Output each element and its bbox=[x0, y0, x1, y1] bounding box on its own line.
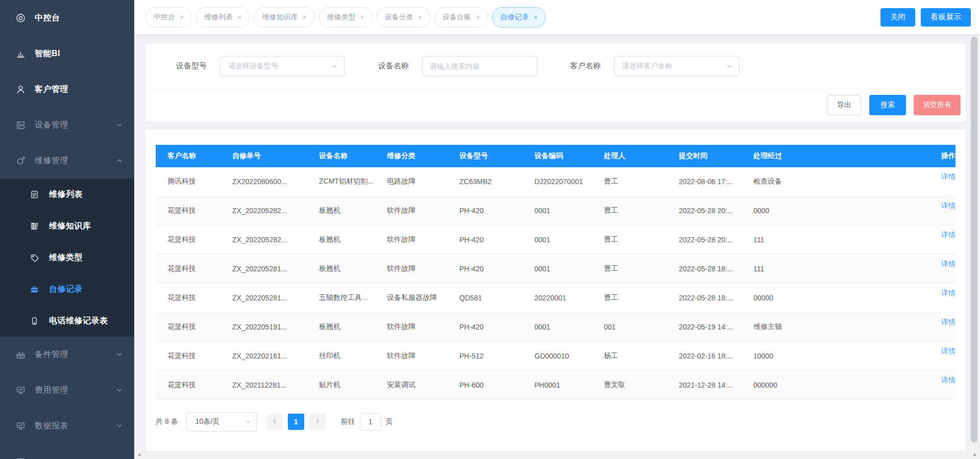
column-header: 处理经过 bbox=[753, 145, 904, 167]
close-tab-icon[interactable]: × bbox=[533, 14, 537, 21]
vertical-scrollbar-thumb[interactable] bbox=[971, 37, 977, 443]
sidebar-item-smart-bi[interactable]: 智能BI bbox=[0, 36, 134, 71]
easel-chart-icon bbox=[15, 385, 26, 396]
tab-repair-type[interactable]: 维修类型× bbox=[319, 7, 373, 28]
customer-name-select[interactable]: 请选择客户名称 bbox=[614, 56, 740, 76]
sidebar-item-phone-repair-record[interactable]: 电话维修记录表 bbox=[0, 305, 134, 337]
cell: ZX2022080600... bbox=[232, 167, 319, 196]
detail-link[interactable]: 详情 bbox=[941, 231, 955, 239]
detail-link[interactable]: 详情 bbox=[941, 201, 955, 210]
page-number-button[interactable]: 1 bbox=[288, 414, 304, 430]
close-tab-icon[interactable]: × bbox=[476, 14, 480, 21]
vertical-scrollbar-track[interactable] bbox=[968, 34, 980, 451]
table-row: 花篮科技ZX_202202161...丝印机软件故障PH-512GD000010… bbox=[156, 342, 955, 371]
sidebar-item-repair-knowledge[interactable]: 维修知识库 bbox=[0, 210, 134, 242]
close-tab-icon[interactable]: × bbox=[237, 14, 241, 21]
easel-chart-icon bbox=[15, 421, 26, 431]
tab-repair-list[interactable]: 维修列表× bbox=[196, 7, 250, 28]
cell: 检查设备 bbox=[753, 167, 904, 196]
cell: PH-420 bbox=[459, 225, 534, 254]
column-header: 客户名称 bbox=[156, 145, 232, 167]
table-header-row: 客户名称自修单号设备名称维修分类设备型号设备编码处理人提交时间处理经过操作 bbox=[156, 145, 955, 167]
tab-label: 维修知识库 bbox=[262, 13, 298, 22]
cell: PH-420 bbox=[459, 254, 534, 284]
scroll-left-arrow-icon[interactable] bbox=[137, 452, 142, 457]
books-icon bbox=[30, 221, 39, 231]
column-header: 操作 bbox=[904, 145, 955, 167]
clear-all-button[interactable]: 清空所有 bbox=[914, 95, 961, 115]
sidebar-item-repair-mgmt[interactable]: 维修管理 bbox=[0, 143, 134, 178]
chevron-right-icon bbox=[314, 418, 321, 426]
device-name-input[interactable] bbox=[422, 56, 537, 76]
sidebar-item-self-repair-record[interactable]: 自修记录 bbox=[0, 273, 134, 305]
board-display-button[interactable]: 看板展示 bbox=[921, 8, 971, 27]
cell: 软件故障 bbox=[387, 254, 459, 284]
content-area: 设备型号 请选择设备型号 设备名称 客户名称 请选择客户名称 bbox=[134, 34, 980, 459]
tab-repair-knowledge[interactable]: 维修知识库× bbox=[254, 7, 314, 28]
device-model-label: 设备型号 bbox=[176, 61, 207, 71]
export-button[interactable]: 导出 bbox=[827, 95, 862, 115]
close-tab-icon[interactable]: × bbox=[180, 14, 184, 21]
prev-page-button[interactable] bbox=[266, 414, 283, 430]
horizontal-scrollbar-track[interactable] bbox=[134, 451, 980, 459]
tab-self-repair-record[interactable]: 自修记录× bbox=[492, 7, 546, 28]
sidebar-item-customer-mgmt[interactable]: 客户管理 bbox=[0, 71, 134, 107]
cell: ZX_202205282... bbox=[232, 196, 319, 225]
search-button[interactable]: 搜索 bbox=[869, 95, 906, 115]
sidebar-item-cost-mgmt[interactable]: 费用管理 bbox=[0, 372, 134, 408]
tab-device-category[interactable]: 设备分类× bbox=[377, 7, 430, 28]
cell: 贴片机 bbox=[319, 371, 387, 400]
cell: 丝印机 bbox=[319, 342, 387, 371]
close-tab-icon[interactable]: × bbox=[360, 14, 364, 21]
next-page-button[interactable] bbox=[309, 414, 326, 430]
sidebar-item-spare-parts-mgmt[interactable]: 备件管理 bbox=[0, 337, 134, 372]
toolbox-icon bbox=[15, 349, 26, 360]
user-icon bbox=[15, 84, 26, 95]
cell: ZX_202205281... bbox=[232, 284, 319, 313]
tab-device-ledger[interactable]: 设备台账× bbox=[434, 7, 488, 28]
close-tab-icon[interactable]: × bbox=[418, 14, 422, 21]
filter-form: 设备型号 请选择设备型号 设备名称 客户名称 请选择客户名称 bbox=[145, 43, 966, 89]
sidebar-item-repair-type[interactable]: 维修类型 bbox=[0, 242, 134, 273]
scroll-right-arrow-icon[interactable] bbox=[972, 452, 977, 457]
column-header: 处理人 bbox=[604, 145, 679, 167]
table-row: 花篮科技ZX_202205281...板翘机软件故障PH-4200001曹工20… bbox=[156, 254, 955, 284]
close-tab-icon[interactable]: × bbox=[302, 14, 306, 21]
column-header: 自修单号 bbox=[232, 145, 319, 167]
cell: 0001 bbox=[534, 225, 604, 254]
cell: PH-600 bbox=[459, 371, 534, 400]
cell: 0001 bbox=[534, 196, 604, 225]
detail-link[interactable]: 详情 bbox=[941, 172, 955, 181]
cell: 2022-08-06 17:... bbox=[679, 167, 753, 196]
device-model-select[interactable]: 请选择设备型号 bbox=[220, 56, 345, 76]
close-button[interactable]: 关闭 bbox=[880, 8, 915, 27]
search-panel: 设备型号 请选择设备型号 设备名称 客户名称 请选择客户名称 bbox=[145, 43, 966, 121]
detail-link[interactable]: 详情 bbox=[941, 347, 955, 355]
sidebar-item-repair-list[interactable]: 维修列表 bbox=[0, 178, 134, 210]
sidebar-item-console[interactable]: 中控台 bbox=[0, 0, 134, 36]
records-table: 客户名称自修单号设备名称维修分类设备型号设备编码处理人提交时间处理经过操作 腾讯… bbox=[156, 145, 955, 400]
cell: 软件故障 bbox=[387, 225, 459, 254]
detail-link[interactable]: 详情 bbox=[941, 289, 955, 297]
column-header: 设备型号 bbox=[459, 145, 534, 167]
cell: ZC63MB2 bbox=[459, 167, 534, 196]
tab-console[interactable]: 中控台× bbox=[145, 7, 192, 28]
briefcase-icon bbox=[30, 285, 39, 294]
detail-link[interactable]: 详情 bbox=[941, 376, 955, 384]
cell: 000000 bbox=[753, 371, 904, 400]
sidebar-item-label: 数据报表 bbox=[35, 421, 68, 431]
sidebar-item-data-report[interactable]: 数据报表 bbox=[0, 408, 134, 444]
detail-link[interactable]: 详情 bbox=[941, 260, 955, 268]
cell: 花篮科技 bbox=[156, 371, 232, 400]
total-count-label: 共 8 条 bbox=[156, 417, 178, 426]
sidebar-item-partial[interactable] bbox=[0, 444, 134, 459]
app-root: 中控台智能BI客户管理设备管理维修管理维修列表维修知识库维修类型自修记录电话维修… bbox=[0, 0, 980, 459]
pagination: 共 8 条 10条/页 1 前往 页 bbox=[156, 412, 955, 431]
goto-page-input[interactable] bbox=[360, 413, 381, 430]
page-suffix-label: 页 bbox=[386, 417, 393, 426]
cell: 00000 bbox=[753, 284, 904, 313]
detail-link[interactable]: 详情 bbox=[941, 318, 955, 326]
cell: 板翘机 bbox=[319, 254, 387, 284]
page-size-select[interactable]: 10条/页 bbox=[186, 412, 257, 431]
sidebar-item-device-mgmt[interactable]: 设备管理 bbox=[0, 107, 134, 143]
